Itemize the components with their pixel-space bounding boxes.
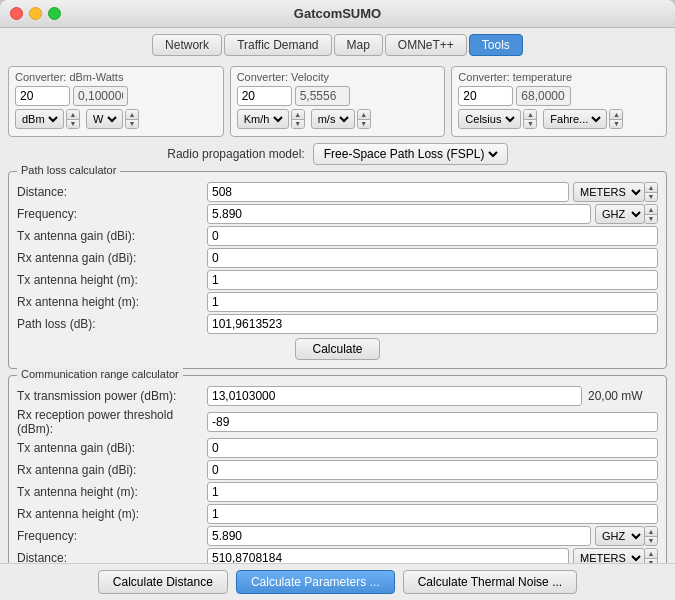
converter-vel-stepper2[interactable]: ▲ ▼ [357,109,371,129]
bottom-buttons: Calculate Distance Calculate Parameters … [0,563,675,600]
path-loss-tx-gain-input[interactable] [207,226,658,246]
converter-dbm-stepper1[interactable]: ▲ ▼ [66,109,80,129]
comm-tx-gain-input[interactable] [207,438,658,458]
path-loss-freq-stepper[interactable]: ▲ ▼ [644,204,658,224]
path-loss-result-input[interactable] [207,314,658,334]
comm-tx-power-side: 20,00 mW [588,389,658,403]
converter-temp-unit2-select[interactable]: Fahre... [546,112,604,126]
comm-distance-input[interactable] [207,548,569,563]
path-loss-calculate-button[interactable]: Calculate [295,338,379,360]
comm-tx-height-input[interactable] [207,482,658,502]
comm-rx-gain-input[interactable] [207,460,658,480]
converter-dbm-watts: Converter: dBm-Watts dBm ▲ ▼ [8,66,224,137]
converter-vel-input2[interactable] [295,86,350,106]
converter-temp-unit1-select[interactable]: Celsius [461,112,518,126]
path-loss-distance-stepper[interactable]: ▲ ▼ [644,182,658,202]
comm-rx-height-input[interactable] [207,504,658,524]
comm-distance-stepper[interactable]: ▲ ▼ [644,548,658,563]
tab-map[interactable]: Map [334,34,383,56]
converter-dbm-unit1-select[interactable]: dBm [18,112,61,126]
comm-freq-row: Frequency: GHZ ▲ ▼ [17,526,658,546]
traffic-lights [10,7,61,20]
converter-velocity: Converter: Velocity Km/h ▲ ▼ [230,66,446,137]
maximize-button[interactable] [48,7,61,20]
tab-bar: Network Traffic Demand Map OMNeT++ Tools [0,28,675,60]
stepper-up6[interactable]: ▲ [610,110,622,120]
stepper-down[interactable]: ▼ [67,120,79,129]
stepper-down6[interactable]: ▼ [610,120,622,129]
comm-distance-label: Distance: [17,551,207,563]
comm-rx-power-input[interactable] [207,412,658,432]
stepper-down3[interactable]: ▼ [292,120,304,129]
comm-range-title: Communication range calculator [17,368,183,380]
converter-dbm-row1 [15,86,217,106]
calculate-distance-button[interactable]: Calculate Distance [98,570,228,594]
stepper-up2[interactable]: ▲ [126,110,138,120]
converter-temp-unit1-wrap: Celsius [458,109,521,129]
converter-temp-stepper2[interactable]: ▲ ▼ [609,109,623,129]
tab-traffic-demand[interactable]: Traffic Demand [224,34,331,56]
converter-dbm-stepper2[interactable]: ▲ ▼ [125,109,139,129]
tab-network[interactable]: Network [152,34,222,56]
comm-tx-power-row: Tx transmission power (dBm): 20,00 mW [17,386,658,406]
minimize-button[interactable] [29,7,42,20]
comm-freq-unit-wrap: GHZ ▲ ▼ [595,526,658,546]
tab-tools[interactable]: Tools [469,34,523,56]
converter-dbm-unit1-wrap: dBm [15,109,64,129]
converter-dbm-title: Converter: dBm-Watts [15,71,217,83]
stepper-down4[interactable]: ▼ [358,120,370,129]
converter-vel-unit1-wrap: Km/h [237,109,289,129]
converter-vel-unit2-select[interactable]: m/s [314,112,352,126]
path-loss-title: Path loss calculator [17,164,120,176]
path-loss-freq-label: Frequency: [17,207,207,221]
converter-temp-input1[interactable] [458,86,513,106]
comm-rx-power-row: Rx reception power threshold (dBm): [17,408,658,436]
path-loss-rx-gain-label: Rx antenna gain (dBi): [17,251,207,265]
converter-temp-stepper1[interactable]: ▲ ▼ [523,109,537,129]
calculate-parameters-button[interactable]: Calculate Parameters ... [236,570,395,594]
path-loss-distance-input[interactable] [207,182,569,202]
path-loss-rx-height-row: Rx antenna height (m): [17,292,658,312]
stepper-up5[interactable]: ▲ [524,110,536,120]
converter-dbm-input1[interactable] [15,86,70,106]
comm-rx-power-label: Rx reception power threshold (dBm): [17,408,207,436]
path-loss-freq-unit-select[interactable]: GHZ [595,204,645,224]
comm-freq-unit-select[interactable]: GHZ [595,526,645,546]
path-loss-distance-unit-wrap: METERS ▲ ▼ [573,182,658,202]
radio-model-select[interactable]: Free-Space Path Loss (FSPL) [320,146,501,162]
path-loss-distance-unit-select[interactable]: METERS [573,182,645,202]
stepper-up[interactable]: ▲ [67,110,79,120]
path-loss-freq-input[interactable] [207,204,591,224]
converter-vel-input1[interactable] [237,86,292,106]
comm-freq-input[interactable] [207,526,591,546]
converter-vel-stepper1[interactable]: ▲ ▼ [291,109,305,129]
path-loss-freq-unit-wrap: GHZ ▲ ▼ [595,204,658,224]
calculate-thermal-noise-button[interactable]: Calculate Thermal Noise ... [403,570,578,594]
path-loss-rx-gain-input[interactable] [207,248,658,268]
converter-dbm-input2[interactable] [73,86,128,106]
converter-dbm-row2: dBm ▲ ▼ W ▲ ▼ [15,109,217,129]
path-loss-rx-height-input[interactable] [207,292,658,312]
comm-tx-gain-row: Tx antenna gain (dBi): [17,438,658,458]
converter-vel-unit1-select[interactable]: Km/h [240,112,286,126]
stepper-down5[interactable]: ▼ [524,120,536,129]
comm-tx-gain-label: Tx antenna gain (dBi): [17,441,207,455]
path-loss-tx-height-input[interactable] [207,270,658,290]
stepper-down2[interactable]: ▼ [126,120,138,129]
stepper-up4[interactable]: ▲ [358,110,370,120]
comm-distance-unit-select[interactable]: METERS [573,548,645,563]
close-button[interactable] [10,7,23,20]
converter-temp-input2[interactable] [516,86,571,106]
converter-dbm-unit2-select[interactable]: W [89,112,120,126]
comm-rx-gain-label: Rx antenna gain (dBi): [17,463,207,477]
comm-tx-power-input[interactable] [207,386,582,406]
comm-freq-stepper[interactable]: ▲ ▼ [644,526,658,546]
main-content: Converter: dBm-Watts dBm ▲ ▼ [0,60,675,563]
comm-tx-height-label: Tx antenna height (m): [17,485,207,499]
converter-vel-unit2-wrap: m/s [311,109,355,129]
tab-omnet[interactable]: OMNeT++ [385,34,467,56]
stepper-up3[interactable]: ▲ [292,110,304,120]
comm-range-section: Communication range calculator Tx transm… [8,375,667,563]
converter-dbm-unit2-wrap: W [86,109,123,129]
path-loss-distance-row: Distance: METERS ▲ ▼ [17,182,658,202]
